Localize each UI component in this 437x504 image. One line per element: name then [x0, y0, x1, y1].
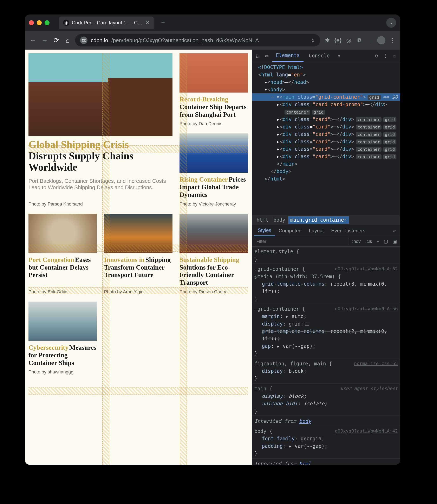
- tab-elements[interactable]: Elements: [272, 50, 304, 62]
- breadcrumb-item[interactable]: html: [254, 216, 270, 224]
- browser-window: ◉ CodePen - Card layout 1 — C… ✕ + ⌄ ← →…: [25, 14, 400, 465]
- browser-toolbar: ← → ⟳ ⌂ ⇆ cdpn.io/pen/debug/gOJxygO?auth…: [25, 31, 400, 50]
- codepen-favicon-icon: ◉: [63, 20, 69, 26]
- promo-image: [29, 53, 172, 136]
- dom-node[interactable]: <!DOCTYPE html>: [252, 64, 400, 71]
- dom-node[interactable]: ▾<body>: [252, 86, 400, 93]
- tab-layout[interactable]: Layout: [305, 225, 328, 236]
- inherited-link[interactable]: html: [299, 461, 311, 465]
- card-image: [179, 134, 248, 173]
- close-window-button[interactable]: [29, 20, 34, 25]
- devtools-tabs: ⬚ ▭ Elements Console » ⚙ ⋮ ✕: [252, 50, 400, 62]
- source-link[interactable]: normalize.css:65: [354, 360, 398, 367]
- profile-avatar[interactable]: [377, 36, 385, 44]
- dom-node[interactable]: </body>: [252, 168, 400, 175]
- settings-icon[interactable]: ⚙: [373, 53, 380, 59]
- styles-pane[interactable]: element.style { } gOJxygO?aut…WpwNoNLA:6…: [252, 247, 400, 465]
- source-link[interactable]: gOJxygO?aut…WpwNoNLA:42: [335, 428, 398, 434]
- new-rule-button[interactable]: +: [375, 239, 380, 244]
- more-menu-icon[interactable]: ⋮: [382, 53, 389, 59]
- site-info-icon[interactable]: ⇆: [80, 37, 88, 44]
- forward-button[interactable]: →: [40, 37, 49, 44]
- dom-node[interactable]: ▸<div class="card">⋯</div>containergrid: [252, 116, 400, 123]
- minimize-window-button[interactable]: [37, 20, 42, 25]
- dom-node[interactable]: ▸<div class="card">⋯</div>containergrid: [252, 123, 400, 131]
- css-rule[interactable]: element.style { }: [252, 247, 400, 264]
- css-rule[interactable]: gOJxygO?aut…WpwNoNLA:56 .grid-container …: [252, 304, 400, 359]
- maximize-window-button[interactable]: [45, 20, 50, 25]
- close-tab-icon[interactable]: ✕: [145, 20, 149, 26]
- dom-node[interactable]: ▸<div class="card">⋯</div>containergrid: [252, 153, 400, 160]
- css-rule-inherited[interactable]: Inherited from html: [252, 459, 400, 465]
- more-tabs-icon[interactable]: »: [391, 228, 398, 234]
- close-devtools-icon[interactable]: ✕: [391, 53, 398, 59]
- dom-node[interactable]: <html lang="en">: [252, 71, 400, 79]
- card-image: [29, 302, 97, 341]
- card-title-accent: Port Congestion: [29, 256, 74, 263]
- grid-swatch-icon[interactable]: [305, 323, 309, 326]
- extension-icon[interactable]: ✱: [324, 37, 331, 44]
- tab-computed[interactable]: Computed: [275, 225, 305, 236]
- new-tab-button[interactable]: +: [161, 19, 165, 27]
- extension-icon[interactable]: ◎: [345, 37, 352, 44]
- sidebar-toggle-icon[interactable]: ▢: [383, 239, 389, 244]
- tab-dropdown-button[interactable]: ⌄: [386, 18, 396, 28]
- computed-toggle-icon[interactable]: ▣: [391, 239, 398, 244]
- dom-tree[interactable]: <!DOCTYPE html> <html lang="en"> ▸<head>…: [252, 62, 400, 215]
- card-image: [179, 214, 248, 253]
- traffic-lights: [29, 20, 50, 25]
- browser-tab[interactable]: ◉ CodePen - Card layout 1 — C… ✕: [59, 17, 154, 29]
- photo-credit: Photo by Rinson Chory: [179, 289, 248, 295]
- url-path: /pen/debug/gOJxygO?authentication_hash=d…: [111, 37, 259, 44]
- browser-menu-icon[interactable]: ⋮: [389, 37, 396, 44]
- hov-button[interactable]: :hov: [351, 239, 362, 244]
- dom-node[interactable]: </html>: [252, 175, 400, 183]
- dom-node[interactable]: ▸<div class="card card-promo">⋯</div>: [252, 101, 400, 108]
- tab-event-listeners[interactable]: Event Listeners: [328, 225, 369, 236]
- back-button[interactable]: ←: [29, 37, 37, 44]
- extension-icon[interactable]: {e}: [334, 37, 342, 44]
- bookmark-icon[interactable]: ☆: [310, 37, 315, 44]
- tab-console[interactable]: Console: [305, 50, 333, 62]
- dom-node[interactable]: ▸<div class="card">⋯</div>containergrid: [252, 138, 400, 145]
- breadcrumb-item[interactable]: main.grid-container: [288, 216, 349, 224]
- css-rule-inherited[interactable]: Inherited from body: [252, 416, 400, 426]
- dom-breadcrumb: html body main.grid-container: [252, 215, 400, 225]
- tab-styles[interactable]: Styles: [254, 225, 275, 236]
- inspect-icon[interactable]: ⬚: [254, 53, 261, 59]
- extension-icon[interactable]: ⧉: [356, 37, 363, 44]
- dom-node[interactable]: ▸<div class="card">⋯</div>containergrid: [252, 131, 400, 138]
- titlebar: ◉ CodePen - Card layout 1 — C… ✕ + ⌄: [25, 14, 400, 31]
- photo-credit: Photo by Erik Odiin: [29, 289, 97, 295]
- source-link[interactable]: gOJxygO?aut…WpwNoNLA:56: [335, 305, 398, 312]
- device-toggle-icon[interactable]: ▭: [263, 53, 270, 59]
- promo-title-accent: Global Shipping Crisis: [29, 139, 172, 150]
- photo-credit: Photo by shawnanggg: [29, 369, 97, 375]
- url-domain: cdpn.io: [91, 37, 108, 44]
- css-rule[interactable]: user agent stylesheet main { display: bl…: [252, 384, 400, 416]
- source-link[interactable]: gOJxygO?aut…WpwNoNLA:62: [335, 266, 398, 272]
- reload-button[interactable]: ⟳: [52, 36, 60, 44]
- card-title-accent: Sustainable Shipping: [179, 256, 239, 263]
- card-title: Solutions for Eco-Friendly Container Tra…: [179, 264, 234, 286]
- breadcrumb-item[interactable]: body: [271, 216, 288, 224]
- dom-node[interactable]: </main>: [252, 160, 400, 168]
- dom-node[interactable]: ▸<head>⋯</head>: [252, 79, 400, 86]
- cls-button[interactable]: .cls: [364, 239, 373, 244]
- more-tabs-icon[interactable]: »: [335, 53, 342, 59]
- card-title-accent: Cybersecurity: [29, 344, 69, 351]
- source-ua: user agent stylesheet: [340, 385, 398, 392]
- styles-filter-input[interactable]: [254, 238, 349, 245]
- card: Innovations in Shipping Transform Contai…: [104, 214, 172, 295]
- home-button[interactable]: ⌂: [64, 37, 72, 44]
- photo-credit: Photo by Dan Dennis: [179, 121, 248, 126]
- card-image: [179, 53, 248, 93]
- css-rule[interactable]: gOJxygO?aut…WpwNoNLA:42 body { font-fami…: [252, 426, 400, 459]
- inherited-link[interactable]: body: [299, 418, 311, 424]
- dom-node-selected[interactable]: ⋯ ▾<main class="grid-container">grid== $…: [252, 93, 400, 101]
- card-title-accent: Rising Container: [179, 175, 228, 183]
- dom-node[interactable]: ▸<div class="card">⋯</div>containergrid: [252, 145, 400, 153]
- css-rule[interactable]: gOJxygO?aut…WpwNoNLA:62 .grid-container …: [252, 264, 400, 304]
- address-bar[interactable]: ⇆ cdpn.io/pen/debug/gOJxygO?authenticati…: [75, 34, 320, 46]
- css-rule[interactable]: normalize.css:65 figcaption, figure, mai…: [252, 359, 400, 384]
